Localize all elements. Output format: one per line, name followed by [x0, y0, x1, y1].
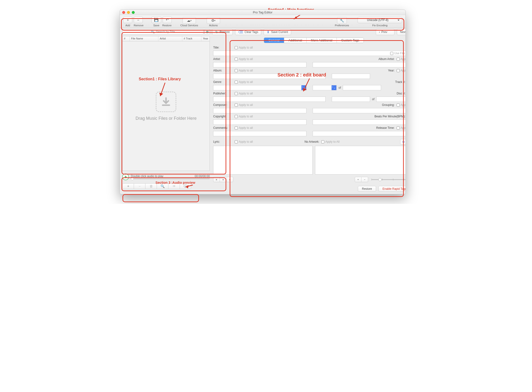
use-filename-check[interactable]: Use File name [390, 52, 406, 55]
save-current-button[interactable]: ⬇Save Current [264, 29, 291, 35]
shortcut-preview[interactable]: 👁 [168, 183, 180, 189]
remove-label: Remove [134, 24, 143, 27]
zoom-slider[interactable] [371, 179, 406, 180]
remove-button[interactable]: − [134, 16, 143, 23]
cloud-services-button[interactable]: ☁ ▾ [183, 17, 196, 24]
copyright-input[interactable] [213, 120, 306, 125]
title-apply-all[interactable]: Apply to all [235, 46, 253, 49]
audio-slider[interactable] [131, 178, 210, 179]
comments-label: Comments: [213, 126, 233, 130]
tab-more-additional[interactable]: More Additional [307, 38, 337, 43]
col-num[interactable]: # [122, 36, 130, 41]
annotation-box-section5 [122, 194, 199, 202]
year-input[interactable] [332, 74, 370, 79]
maximize-icon[interactable] [132, 11, 135, 14]
grid-plus-icon: ▦ [206, 30, 209, 33]
publisher-input[interactable] [213, 97, 326, 102]
disc-num-input[interactable] [332, 97, 370, 102]
lyric-textarea[interactable] [213, 146, 313, 174]
edit-form: Title: Apply to all Use File name Artist… [212, 45, 406, 183]
artist-input[interactable] [213, 62, 306, 67]
play-button[interactable] [122, 174, 129, 180]
comments-apply-all[interactable]: Apply to all [235, 126, 253, 130]
bpm-input[interactable] [313, 120, 406, 125]
album-apply-all[interactable]: Apply to all [235, 69, 253, 72]
comments-input[interactable] [213, 131, 306, 136]
info-icon: ⓘ [184, 184, 187, 188]
restore-button[interactable]: ↶ [163, 16, 172, 23]
tab-custom-tags[interactable]: Custom Tags [337, 38, 364, 43]
composer-input[interactable] [213, 108, 306, 113]
shortcut-remove[interactable]: − [134, 183, 145, 189]
align-center-button[interactable]: ≡ [220, 177, 227, 182]
chevron-left-icon: ‹ [379, 30, 380, 34]
genre-apply-all[interactable]: Apply to all [235, 80, 253, 84]
col-year[interactable]: Year [201, 36, 210, 41]
add-button[interactable]: ＋ [123, 16, 132, 23]
shortcut-info[interactable]: ⓘ [180, 183, 191, 189]
save-button[interactable]: 💾 [151, 16, 161, 23]
file-drop-zone[interactable]: Drag Music Files or Folder Here [122, 41, 210, 171]
release-apply-all[interactable]: Apply to all [397, 126, 406, 130]
grouping-label: Grouping: [382, 103, 395, 107]
align-right-button[interactable]: ≡ [227, 177, 233, 182]
album-artist-input[interactable] [313, 62, 406, 67]
col-track[interactable]: # Track [182, 36, 201, 41]
col-filename[interactable]: File Name [130, 36, 158, 41]
next-button[interactable]: Next › [397, 29, 406, 35]
prev-button[interactable]: ‹ Prev [376, 29, 394, 35]
release-input[interactable] [313, 131, 406, 136]
preferences-button[interactable]: 🔧 [337, 17, 347, 24]
shortcut-delete[interactable]: 🗑 [145, 183, 157, 189]
album-artist-apply-all[interactable]: Apply to all [397, 57, 406, 61]
disc-total-input[interactable] [376, 97, 406, 102]
copyright-apply-all[interactable]: Apply to all [235, 115, 253, 118]
artwork-settings-button[interactable]: ⚙ [400, 139, 406, 144]
search-input[interactable]: 🔍 Search by Title [122, 29, 204, 34]
file-table-header: # File Name Artist # Track Year [122, 36, 210, 41]
track-total-input[interactable] [343, 85, 381, 90]
tab-general[interactable]: General [264, 38, 284, 43]
grouping-apply-all[interactable]: Apply to all [397, 103, 406, 107]
title-label: Title: [213, 46, 233, 49]
titlebar: Pro Tag Editor [120, 10, 405, 15]
minus-icon: − [139, 184, 140, 188]
shortcut-add[interactable]: ＋ [122, 183, 134, 189]
close-icon[interactable] [122, 11, 125, 14]
minimize-icon[interactable] [127, 11, 130, 14]
title-input[interactable] [213, 51, 406, 56]
actions-button[interactable]: ⚙ ▾ [207, 17, 220, 24]
composer-label: Composer: [213, 103, 233, 107]
grouping-input[interactable] [313, 108, 406, 113]
encoding-select[interactable]: Unicode (UTF-8) [358, 17, 402, 23]
composer-apply-all[interactable]: Apply to all [235, 103, 253, 107]
clear-tags-button[interactable]: ⌫Clear Tags [235, 29, 261, 35]
cloud-icon: ☁ [187, 18, 190, 23]
right-footer: Restore Enable Rapid Tagging [212, 186, 406, 192]
artwork-box[interactable] [315, 146, 406, 174]
artist-apply-all[interactable]: Apply to all [235, 57, 253, 61]
search-icon: 🔍 [151, 30, 155, 33]
publisher-apply-all[interactable]: Apply to all [235, 92, 253, 95]
lyric-apply-all[interactable]: Apply to all [235, 140, 253, 143]
save-down-icon: ⬇ [267, 30, 270, 34]
artwork-remove-button[interactable]: − [361, 177, 368, 182]
year-apply-all[interactable]: Apply to all [397, 69, 406, 72]
audio-preview: Double click audio to play 00:00/00:00 [122, 172, 210, 181]
col-artist[interactable]: Artist [158, 36, 182, 41]
footer-restore-button[interactable]: Restore [358, 186, 376, 192]
track-num-select[interactable]: ⌃⌄ [313, 85, 337, 90]
minus-icon: − [137, 18, 139, 22]
album-input[interactable] [213, 74, 326, 79]
tab-additional[interactable]: Additional [284, 38, 307, 43]
align-left-button[interactable]: ≡ [213, 177, 220, 182]
artwork-apply-all[interactable]: Apply to All [321, 140, 339, 143]
bpm-label: Beats Per Minute(BPM): [375, 115, 405, 118]
gear-icon: ⚙ [211, 18, 214, 23]
restore-tags-button[interactable]: ↻Restore [212, 29, 233, 35]
artwork-add-button[interactable]: ＋ [355, 177, 361, 182]
enable-rapid-tagging-button[interactable]: Enable Rapid Tagging [378, 186, 406, 192]
genre-select[interactable]: ⌃⌄ [213, 85, 306, 90]
shortcut-search[interactable]: 🔍 [157, 183, 168, 189]
column-chooser-button[interactable]: ▦ [205, 29, 210, 34]
